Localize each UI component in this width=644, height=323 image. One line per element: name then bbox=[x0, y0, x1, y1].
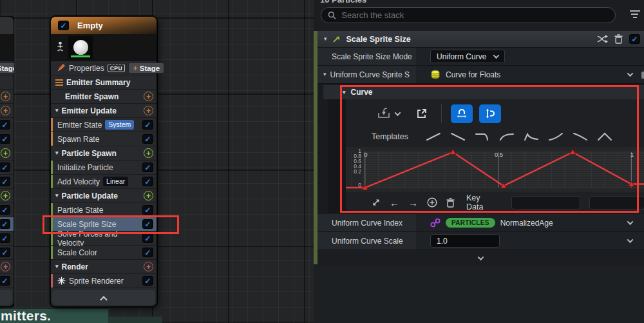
collapse-arrow-icon[interactable]: ▾ bbox=[55, 193, 59, 199]
mode-dropdown[interactable]: Uniform Curve bbox=[430, 50, 505, 63]
emitter-row-add-velocity[interactable]: Add VelocityLinear✓ bbox=[0, 175, 14, 189]
emitter-thumbnail[interactable] bbox=[68, 36, 93, 59]
curve-template-ease-in-rise-icon[interactable] bbox=[547, 132, 564, 142]
add-module-icon[interactable]: + bbox=[144, 92, 153, 101]
collapse-arrow-icon[interactable]: ▾ bbox=[55, 150, 59, 156]
chevron-down-icon[interactable] bbox=[395, 110, 401, 116]
open-external-icon[interactable] bbox=[417, 108, 427, 119]
stack-filter-icon[interactable] bbox=[630, 10, 640, 20]
add-module-icon[interactable]: + bbox=[144, 148, 153, 158]
emitter-row-solve-forces-and-velocity[interactable]: Solve Forces and Velocity✓ bbox=[0, 231, 14, 246]
add-module-icon[interactable]: + bbox=[144, 191, 153, 201]
add-module-icon[interactable]: + bbox=[1, 92, 10, 101]
emitter-row-particle-state[interactable]: Particle State✓ bbox=[51, 203, 156, 217]
emitter-row-properties[interactable]: PropertiesCPU+Stage bbox=[0, 61, 14, 75]
emitter-row-render[interactable]: ▾Render+ bbox=[51, 260, 156, 274]
search-input[interactable] bbox=[341, 10, 609, 20]
delete-key-icon[interactable] bbox=[446, 198, 455, 208]
enable-checkbox[interactable]: ✓ bbox=[142, 248, 153, 257]
emitter-row-particle-update[interactable]: ▾Particle Update+ bbox=[0, 189, 14, 203]
curve-subheader[interactable]: ▾ Curve bbox=[323, 85, 644, 99]
next-key-icon[interactable]: → bbox=[408, 198, 418, 208]
emitter-row-scale-color[interactable]: Scale Color✓ bbox=[51, 246, 156, 260]
chevron-down-icon[interactable] bbox=[627, 219, 634, 225]
emitter-row-emitter-update[interactable]: ▾Emitter Update+ bbox=[51, 104, 156, 118]
key-time-input[interactable] bbox=[511, 196, 580, 210]
emitter-row-solve-forces-and-velocity[interactable]: Solve Forces and Velocity✓ bbox=[51, 231, 156, 246]
emitter-row-emitter-summary[interactable]: Emitter Summary bbox=[0, 75, 14, 90]
emitter-row-add-velocity[interactable]: Add VelocityLinear✓ bbox=[51, 175, 156, 189]
curve-template-fall-linear-icon[interactable] bbox=[450, 132, 466, 142]
curve-template-impulse-decay-icon[interactable] bbox=[523, 132, 540, 142]
stretch-vertical-button[interactable] bbox=[479, 104, 501, 123]
add-module-icon[interactable]: + bbox=[1, 262, 10, 271]
emitter-row-scale-color[interactable]: Scale Color✓ bbox=[0, 246, 14, 260]
curve-template-ease-out-rise-icon[interactable] bbox=[498, 132, 515, 142]
emitter-row-particle-update[interactable]: ▾Particle Update+ bbox=[51, 189, 156, 203]
emitter-row-initialize-particle[interactable]: Initialize Particle✓ bbox=[51, 161, 156, 175]
emitter-header[interactable]: ✓Empty bbox=[0, 17, 14, 34]
enable-checkbox[interactable]: ✓ bbox=[142, 162, 153, 172]
collapse-arrow-icon[interactable]: ▾ bbox=[343, 90, 346, 95]
add-stage-button[interactable]: +Stage bbox=[128, 63, 164, 73]
emitter-row-particle-spawn[interactable]: ▾Particle Spawn+ bbox=[0, 146, 14, 161]
enable-checkbox[interactable]: ✓ bbox=[142, 233, 153, 243]
emitter-row-scale-sprite-size[interactable]: Scale Sprite Size✓ bbox=[0, 217, 14, 231]
enable-checkbox[interactable]: ✓ bbox=[142, 219, 153, 229]
emitter-row-emitter-spawn[interactable]: Emitter Spawn+ bbox=[51, 90, 156, 104]
enable-checkbox[interactable]: ✓ bbox=[142, 134, 153, 144]
add-key-icon[interactable] bbox=[427, 197, 437, 208]
panel-expand-footer[interactable] bbox=[317, 250, 644, 266]
enable-checkbox[interactable]: ✓ bbox=[0, 205, 10, 215]
enable-checkbox[interactable]: ✓ bbox=[142, 276, 153, 286]
emitter-row-particle-spawn[interactable]: ▾Particle Spawn+ bbox=[51, 146, 156, 161]
key-value-input[interactable] bbox=[589, 196, 644, 210]
emitter-row-spawn-rate[interactable]: Spawn Rate✓ bbox=[51, 132, 156, 146]
enable-checkbox[interactable]: ✓ bbox=[0, 120, 10, 130]
enable-checkbox[interactable]: ✓ bbox=[0, 219, 10, 229]
emitter-row-emitter-update[interactable]: ▾Emitter Update+ bbox=[0, 104, 14, 118]
emitter-node[interactable]: ✓EmptyPropertiesCPU+StageEmitter Summary… bbox=[50, 16, 157, 307]
module-enabled-checkbox[interactable]: ✓ bbox=[629, 34, 640, 44]
add-module-icon[interactable]: + bbox=[1, 106, 10, 115]
enable-checkbox[interactable]: ✓ bbox=[142, 120, 153, 130]
enable-checkbox[interactable]: ✓ bbox=[58, 21, 69, 30]
emitter-row-spawn-rate[interactable]: Spawn Rate✓ bbox=[0, 132, 14, 146]
emitter-row-emitter-state[interactable]: Emitter StateSystem✓ bbox=[51, 118, 156, 132]
stretch-horizontal-button[interactable] bbox=[451, 104, 473, 123]
fit-view-icon[interactable] bbox=[372, 198, 381, 207]
curve-template-rise-linear-icon[interactable] bbox=[425, 132, 442, 142]
curve-template-step-down-icon[interactable] bbox=[474, 132, 491, 142]
emitter-collapse-button[interactable] bbox=[0, 290, 12, 305]
prev-key-icon[interactable]: ← bbox=[390, 198, 399, 208]
module-header[interactable]: ▾ Scale Sprite Size bbox=[317, 31, 644, 48]
emitter-row-emitter-summary[interactable]: Emitter Summary bbox=[51, 75, 156, 90]
enable-checkbox[interactable]: ✓ bbox=[0, 177, 10, 186]
emitter-row-sprite-renderer[interactable]: Sprite Renderer✓ bbox=[0, 274, 14, 288]
add-module-icon[interactable]: + bbox=[144, 106, 153, 115]
enable-checkbox[interactable]: ✓ bbox=[0, 162, 10, 172]
collapse-arrow-icon[interactable]: ▾ bbox=[324, 36, 327, 42]
stack-search[interactable] bbox=[321, 7, 616, 23]
collapse-arrow-icon[interactable]: ▾ bbox=[55, 264, 59, 269]
emitter-collapse-button[interactable] bbox=[52, 290, 155, 305]
emitter-row-initialize-particle[interactable]: Initialize Particle✓ bbox=[0, 161, 14, 175]
emitter-row-render[interactable]: ▾Render+ bbox=[0, 260, 14, 274]
enable-checkbox[interactable]: ✓ bbox=[0, 233, 10, 243]
enable-checkbox[interactable]: ✓ bbox=[0, 276, 10, 286]
emitter-row-properties[interactable]: PropertiesCPU+Stage bbox=[51, 61, 156, 75]
emitter-row-emitter-state[interactable]: Emitter StateSystem✓ bbox=[0, 118, 14, 132]
property-label[interactable]: ▾ Uniform Curve Sprite S bbox=[317, 66, 417, 83]
emitter-row-particle-state[interactable]: Particle State✓ bbox=[0, 203, 14, 217]
collapse-arrow-icon[interactable]: ▾ bbox=[55, 108, 59, 113]
emitter-row-sprite-renderer[interactable]: Sprite Renderer✓ bbox=[51, 274, 156, 288]
enable-checkbox[interactable]: ✓ bbox=[142, 205, 153, 215]
save-curve-icon[interactable] bbox=[377, 108, 391, 119]
enable-checkbox[interactable]: ✓ bbox=[142, 177, 153, 186]
add-module-icon[interactable]: + bbox=[144, 262, 153, 271]
randomize-icon[interactable] bbox=[597, 35, 608, 43]
emitter-row-emitter-spawn[interactable]: Emitter Spawn+ bbox=[0, 90, 14, 104]
add-stage-button[interactable]: +Stage bbox=[0, 63, 14, 73]
curve-graph[interactable]: 00.5110.80.60.40.20 bbox=[346, 147, 644, 192]
curve-template-ease-fall-icon[interactable] bbox=[572, 132, 589, 142]
